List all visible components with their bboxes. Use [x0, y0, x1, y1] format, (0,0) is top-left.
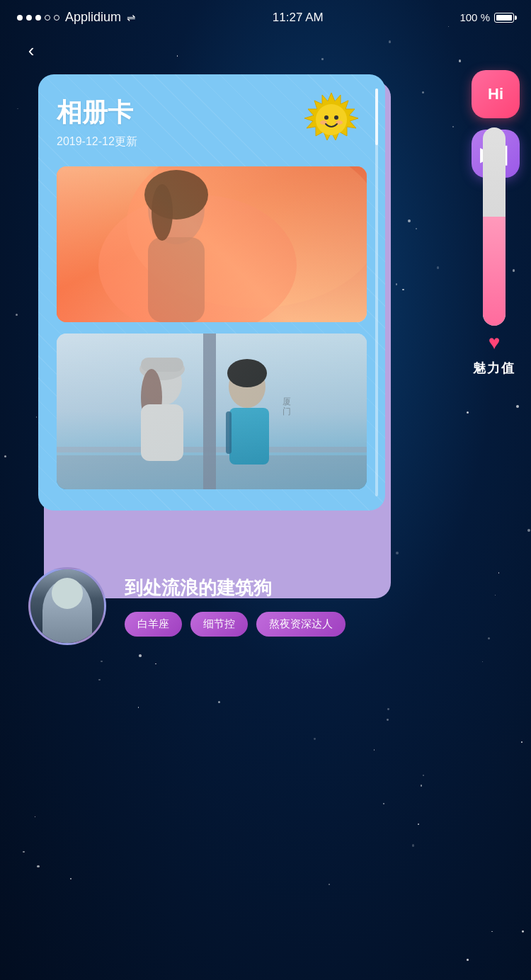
dot4: [45, 15, 50, 21]
meter-fill: [483, 217, 506, 326]
status-left: Applidium ⇌: [17, 10, 136, 25]
signal-dots: [17, 15, 59, 21]
svg-point-8: [98, 195, 297, 322]
svg-point-7: [127, 166, 367, 308]
status-right: 100 %: [459, 11, 514, 23]
profile-tag: 白羊座: [125, 612, 182, 637]
card-scrollbar[interactable]: [375, 89, 378, 496]
svg-text:门: 门: [282, 406, 291, 416]
svg-rect-21: [141, 404, 183, 461]
battery-icon: [494, 13, 514, 23]
svg-point-11: [144, 170, 208, 220]
avatar-image: [30, 569, 104, 643]
profile-name: 到处流浪的建筑狗: [125, 576, 503, 600]
back-chevron-icon: ‹: [28, 41, 35, 59]
album-card-wrapper: 相册卡 2019-12-12更新: [38, 74, 385, 511]
svg-point-22: [229, 365, 266, 408]
album-card[interactable]: 相册卡 2019-12-12更新: [38, 74, 385, 511]
status-bar: Applidium ⇌ 11:27 AM 100 %: [0, 0, 531, 30]
dot2: [26, 15, 32, 21]
status-time: 11:27 AM: [273, 11, 324, 25]
svg-rect-10: [148, 237, 205, 322]
svg-rect-15: [57, 455, 367, 489]
svg-rect-23: [229, 408, 269, 465]
charm-heart-icon: ♥: [489, 331, 501, 354]
sun-emoji-icon: [303, 91, 360, 148]
svg-rect-19: [141, 358, 183, 372]
dot5: [54, 15, 59, 21]
charm-label: 魅力值: [473, 360, 515, 377]
battery-fill: [496, 15, 512, 21]
svg-point-1: [316, 104, 347, 135]
svg-rect-13: [57, 334, 367, 489]
charm-meter: ♥ 魅力值: [473, 127, 515, 377]
svg-rect-16: [203, 334, 216, 489]
profile-info: 到处流浪的建筑狗 白羊座细节控熬夜资深达人: [125, 576, 503, 637]
main-content: 相册卡 2019-12-12更新: [0, 63, 531, 511]
svg-rect-6: [57, 166, 367, 322]
svg-point-2: [324, 115, 329, 120]
profile-tag: 细节控: [190, 612, 248, 637]
hi-button[interactable]: Hi: [472, 70, 520, 118]
svg-rect-24: [226, 411, 232, 454]
svg-point-17: [142, 360, 182, 406]
back-button[interactable]: ‹: [18, 38, 44, 63]
profile-section: 到处流浪的建筑狗 白羊座细节控熬夜资深达人: [0, 567, 531, 645]
profile-tags: 白羊座细节控熬夜资深达人: [125, 612, 503, 637]
svg-point-18: [139, 358, 185, 380]
dot1: [17, 15, 23, 21]
meter-track: [483, 127, 506, 326]
svg-point-3: [334, 115, 338, 120]
battery-percent: 100 %: [459, 11, 490, 23]
svg-rect-14: [57, 447, 367, 452]
profile-tag: 熬夜资深达人: [256, 612, 346, 637]
svg-point-12: [152, 184, 173, 241]
wifi-icon: ⇌: [127, 11, 136, 24]
svg-point-20: [141, 369, 162, 426]
svg-point-9: [148, 173, 205, 244]
card-scrollbar-thumb: [375, 89, 378, 145]
avatar[interactable]: [28, 567, 106, 645]
svg-point-25: [227, 359, 267, 387]
photo-1: [57, 166, 367, 322]
svg-text:厦: 厦: [282, 397, 291, 406]
photo-2: 厦 门: [57, 334, 367, 489]
dot3: [35, 15, 41, 21]
photo-container: 厦 门: [57, 166, 367, 489]
carrier-label: Applidium: [65, 10, 121, 25]
